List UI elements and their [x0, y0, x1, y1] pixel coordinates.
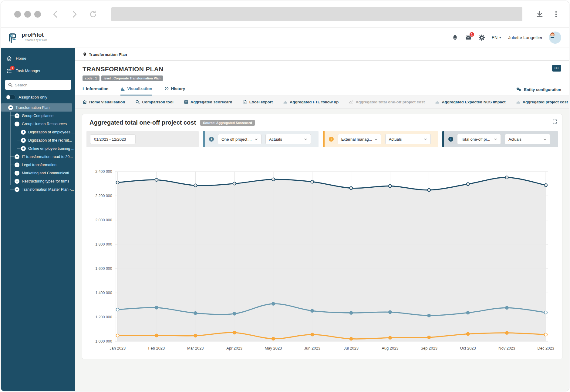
chevron-down-icon	[374, 137, 378, 141]
assignation-toggle-label: Assignation only	[19, 95, 47, 99]
subtab-aggregated-total-one-off-project-cost[interactable]: Aggregated total one-off project cost	[349, 100, 425, 104]
tree-item[interactable]: +Marketing and Communicati...	[1, 169, 75, 177]
entity-tree: −Transformation Plan +Group Compliance −…	[1, 103, 75, 193]
download-icon[interactable]	[536, 10, 544, 18]
svg-text:Jun 2023: Jun 2023	[304, 346, 320, 350]
expand-node-icon[interactable]: +	[15, 162, 19, 167]
tree-item[interactable]: +IT transformation: road to 20...	[1, 152, 75, 161]
refresh-icon[interactable]	[89, 10, 97, 18]
table-icon	[184, 100, 188, 104]
logo-name: proPilot	[22, 32, 47, 38]
metric-select[interactable]: External manag...	[338, 134, 381, 144]
forward-icon[interactable]	[70, 10, 79, 18]
window-dot[interactable]	[34, 11, 41, 18]
breadcrumb-label[interactable]: Transformation Plan	[89, 52, 127, 57]
svg-text:Aug 2023: Aug 2023	[382, 346, 398, 350]
browser-chrome	[1, 1, 569, 28]
window-dot[interactable]	[14, 11, 21, 18]
svg-text:1 400 000: 1 400 000	[95, 291, 112, 295]
more-actions-button[interactable]: •••	[552, 65, 561, 72]
expand-node-icon[interactable]: +	[21, 130, 26, 135]
tree-item[interactable]: +Digitization of the recruit...	[1, 136, 75, 144]
info-icon[interactable]: i	[329, 137, 334, 142]
svg-text:2 200 000: 2 200 000	[95, 194, 112, 198]
propilot-logo[interactable]: proPilot — Powered by dFakto	[7, 32, 47, 44]
chevron-down-icon	[304, 137, 308, 141]
chevron-down-icon	[423, 137, 427, 141]
tree-item[interactable]: −Group Human Ressources	[1, 120, 75, 128]
sidebar: Home 1 Task Manager Assignation only −Tr…	[1, 48, 75, 391]
tab-information[interactable]: iInformation	[83, 86, 108, 95]
metric-select[interactable]: One off project ...	[218, 134, 261, 144]
subtab-aggregated-scorecard[interactable]: Aggregated scorecard	[184, 100, 232, 104]
notifications-bell-icon[interactable]	[452, 34, 458, 41]
svg-text:May 2023: May 2023	[265, 346, 282, 350]
subtab-excel-export[interactable]: Excel export	[243, 100, 273, 104]
level-badge: level : Corporate Transformation Plan	[101, 75, 163, 81]
svg-text:Dec 2023: Dec 2023	[537, 346, 554, 350]
info-icon[interactable]: i	[209, 137, 214, 142]
expand-node-icon[interactable]: +	[21, 138, 26, 143]
subtab-aggregated-project-cost[interactable]: Aggregated project cost	[516, 100, 568, 104]
svg-text:Jul 2023: Jul 2023	[344, 346, 359, 350]
user-name[interactable]: Juliette Langellier	[508, 35, 542, 40]
subtab-home-visualisation[interactable]: Home visualisation	[83, 100, 125, 104]
address-bar[interactable]	[111, 7, 522, 21]
tree-item-transformation-plan[interactable]: −Transformation Plan	[1, 103, 72, 112]
value-select[interactable]: Actuals	[265, 134, 311, 144]
expand-node-icon[interactable]: +	[15, 171, 19, 176]
window-controls[interactable]	[14, 11, 41, 18]
tree-item[interactable]: +Online employee training ...	[1, 144, 75, 152]
expand-node-icon[interactable]: +	[15, 113, 19, 118]
page-title: TRANSFORMATION PLAN	[83, 65, 561, 73]
task-badge: 1	[10, 66, 15, 70]
settings-gear-icon[interactable]	[478, 34, 485, 41]
home-icon	[6, 55, 12, 61]
value-select[interactable]: Actuals	[385, 134, 431, 144]
svg-text:Nov 2023: Nov 2023	[498, 346, 515, 350]
window-dot[interactable]	[24, 11, 31, 18]
collapse-icon[interactable]: −	[8, 105, 13, 110]
chart-title: Aggregated total one-off project cost	[89, 119, 196, 126]
date-range-input[interactable]: 01/2023 - 12/2023	[90, 134, 136, 144]
metric-select[interactable]: Total one-off pr...	[457, 134, 501, 144]
tree-item[interactable]: +Transformation Master Plan -...	[1, 185, 75, 193]
subtab-aggregated-expected-ncs-impact[interactable]: Aggregated Expected NCS impact	[435, 100, 505, 104]
value-select[interactable]: Actuals	[505, 134, 550, 144]
expand-node-icon[interactable]: +	[15, 179, 19, 184]
history-icon	[164, 86, 169, 91]
tab-history[interactable]: History	[164, 86, 185, 95]
tree-item[interactable]: +Digitization of employees ...	[1, 128, 75, 136]
line-chart[interactable]: 2 400 0002 200 0002 000 0001 800 0001 60…	[86, 153, 558, 353]
chart-line-icon	[349, 100, 353, 104]
svg-text:1 800 000: 1 800 000	[95, 242, 112, 246]
tree-item[interactable]: +Legal transformation	[1, 161, 75, 169]
search-input[interactable]	[5, 80, 71, 90]
sidebar-item-home[interactable]: Home	[1, 52, 75, 65]
info-icon[interactable]: i	[448, 137, 453, 142]
entity-configuration-button[interactable]: Entity configuration	[516, 87, 561, 95]
language-selector[interactable]: EN▼	[492, 35, 501, 40]
tree-item[interactable]: +Group Compliance	[1, 112, 75, 120]
tree-item[interactable]: +Restructuring types for firms	[1, 177, 75, 185]
subtab-aggregated-fte-follow-up[interactable]: Aggregated FTE follow up	[283, 100, 339, 104]
subtab-comparison-tool[interactable]: Comparison tool	[135, 100, 173, 104]
filter-group-external-management: i External manag... Actuals	[323, 131, 438, 147]
expand-node-icon[interactable]: +	[15, 187, 19, 192]
tab-visualization[interactable]: Visualization	[120, 86, 152, 95]
svg-text:Feb 2023: Feb 2023	[148, 346, 165, 350]
breadcrumb: Transformation Plan	[75, 48, 569, 61]
collapse-icon[interactable]: −	[15, 122, 19, 126]
expand-node-icon[interactable]: +	[15, 154, 19, 159]
avatar[interactable]	[549, 32, 561, 44]
assignation-toggle[interactable]	[6, 95, 15, 100]
filter-group-one-off-project: i One off project ... Actuals	[203, 131, 319, 147]
kebab-menu-icon[interactable]	[552, 10, 560, 18]
svg-text:1 600 000: 1 600 000	[95, 266, 112, 271]
expand-icon[interactable]	[552, 119, 557, 125]
filter-group-total-one-off: i Total one-off pr... Actuals	[442, 131, 558, 147]
expand-node-icon[interactable]: +	[21, 146, 26, 151]
messages-icon[interactable]: 1	[465, 34, 472, 41]
sidebar-item-task-manager[interactable]: 1 Task Manager	[1, 65, 75, 77]
back-icon[interactable]	[51, 10, 60, 18]
